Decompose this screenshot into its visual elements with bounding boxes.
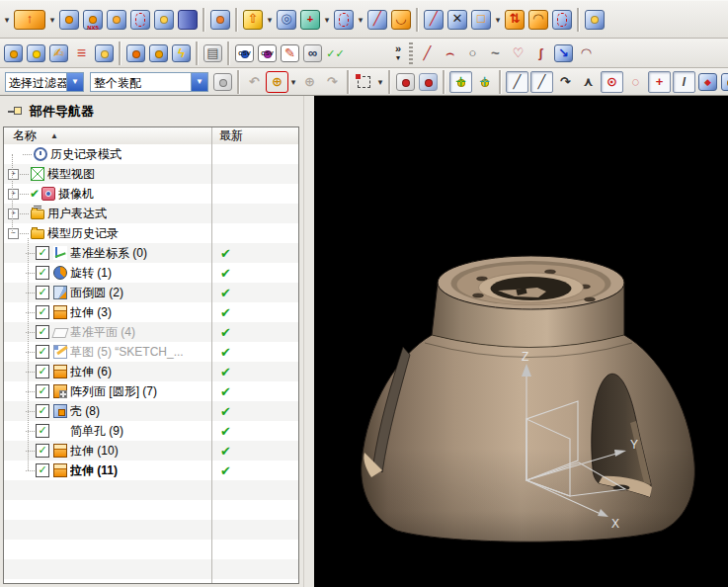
toolbar1-overflow-arrow[interactable]: ▾ (2, 15, 12, 25)
sketch-spline-icon[interactable]: ~ (485, 43, 506, 63)
tree-row[interactable]: ✓旋转 (1) ✔ (4, 263, 298, 283)
feature-suppress-checkbox[interactable]: ✓ (36, 424, 49, 438)
sheet-bend-icon[interactable]: ╱ (366, 9, 388, 31)
feature-suppress-checkbox[interactable]: ✓ (36, 266, 49, 280)
tree-row[interactable]: ✓面倒圆 (2) ✔ (4, 283, 298, 302)
tree-row[interactable]: ✓壳 (8) ✔ (4, 401, 298, 421)
tree-expander[interactable]: + (8, 169, 19, 180)
boss-feature-icon[interactable] (58, 9, 80, 31)
trim-body-icon[interactable] (333, 9, 355, 31)
tree-row[interactable]: ✓草图 (5) “SKETCH_... ✔ (4, 342, 298, 362)
split-body-icon[interactable]: ╱ (423, 9, 445, 31)
flange-icon[interactable]: ◡ (390, 9, 412, 31)
sort-ascending-icon[interactable]: ▲ (50, 131, 58, 140)
move-handle-toggle[interactable]: ✛ (449, 71, 472, 93)
shaded-object-icon[interactable] (395, 72, 416, 92)
print-icon[interactable]: ▤ (202, 43, 223, 63)
sheetmetal-flange-icon[interactable] (26, 43, 46, 63)
snap-quadrant-toggle[interactable]: ◌ (625, 72, 646, 92)
snap-point-icon[interactable]: ⊕ (267, 72, 287, 92)
sketch-fillet-icon[interactable]: ◠ (576, 43, 597, 63)
gray-undo-icon[interactable]: ↶ (244, 72, 265, 92)
tree-row[interactable]: 历史记录模式 (4, 144, 298, 164)
pin-icon[interactable] (8, 106, 24, 118)
tree-row[interactable]: +模型视图 (4, 164, 298, 184)
cavity-icon[interactable]: □ (470, 9, 492, 31)
gray-target-icon[interactable]: ⊕ (299, 72, 320, 92)
feature-suppress-checkbox[interactable]: ✓ (36, 286, 49, 299)
tree-row[interactable]: ✓基准坐标系 (0) ✔ (4, 243, 298, 263)
feature-suppress-checkbox[interactable]: ✓ (36, 463, 49, 477)
selection-filter-combo[interactable]: 选择过滤器 ▼ (5, 72, 84, 92)
sheetmetal-tab-icon[interactable] (3, 43, 24, 63)
column-name[interactable]: 名称 (13, 127, 37, 144)
tree-expander[interactable]: + (8, 209, 19, 219)
tree-row[interactable]: −模型历史记录 (4, 223, 298, 243)
tree-row[interactable]: ✓阵列面 [圆形] (7) ✔ (4, 381, 298, 401)
extrude-dropdown[interactable]: ▾ (265, 15, 275, 25)
slot-feature-icon[interactable] (153, 9, 175, 31)
snap-midpoint-toggle[interactable]: ╱ (530, 71, 553, 93)
feature-suppress-checkbox[interactable]: ✓ (36, 404, 49, 418)
feature-suppress-checkbox[interactable]: ✓ (36, 365, 49, 378)
sketch-line-icon[interactable]: ╱ (417, 43, 438, 63)
sketch-profile-icon[interactable]: ♡ (508, 43, 528, 63)
sketch-constraint-icon[interactable]: ʃ (530, 43, 551, 63)
transparent-cube-icon[interactable] (418, 72, 439, 92)
tree-row[interactable]: +✔摄像机 (4, 184, 298, 204)
grip-cylinder-icon[interactable] (177, 9, 199, 31)
snap-intersection-toggle[interactable]: ⋏ (578, 72, 599, 92)
binoculars-search-icon[interactable]: ∞ (302, 43, 323, 63)
sketch-circle-icon[interactable]: ○ (462, 43, 483, 63)
snap-endpoint-toggle[interactable]: ╱ (506, 71, 528, 93)
offset-surface-icon[interactable]: ◠ (527, 9, 549, 31)
delete-body-icon[interactable]: ✕ (446, 9, 468, 31)
toolbar-more-button[interactable]: »▾ (390, 44, 406, 62)
snap-curve-end-toggle[interactable]: ↷ (555, 72, 576, 92)
tree-expander[interactable]: + (8, 189, 19, 200)
direct-sketch-icon[interactable]: ✍ (48, 43, 69, 63)
emboss-body-icon[interactable] (209, 9, 231, 31)
select-mode-dropdown[interactable]: ▾ (375, 77, 385, 87)
display-part-dropdown[interactable]: ▾ (47, 15, 57, 25)
snap-point-on-curve-toggle[interactable]: / (673, 71, 695, 93)
boolean-dropdown[interactable]: ▾ (322, 15, 332, 25)
thicken-sheet-icon[interactable]: ⇅ (504, 9, 526, 31)
csv-export-icon[interactable]: CSV (257, 43, 278, 63)
feature-suppress-checkbox[interactable]: ✓ (36, 384, 49, 398)
selection-filter-dropdown-button[interactable]: ▼ (66, 73, 83, 91)
extrude-icon[interactable]: ⇧ (242, 9, 264, 31)
column-latest[interactable]: 最新 (211, 127, 243, 144)
pad-feature-icon[interactable] (106, 9, 127, 31)
snap-existing-point-toggle[interactable]: + (648, 71, 671, 93)
feature-suppress-checkbox[interactable]: ✓ (36, 246, 49, 260)
feature-suppress-checkbox[interactable]: ✓ (36, 345, 49, 359)
snap-point-on-face-icon[interactable]: ◆ (697, 72, 718, 92)
repair-tools-icon[interactable]: ✎ (280, 43, 300, 63)
graphics-viewport[interactable]: Z Y X (314, 96, 728, 587)
assembly-scope-dropdown-button[interactable]: ▼ (191, 73, 207, 91)
tree-row[interactable]: ✓基准平面 (4) ✔ (4, 322, 298, 342)
feature-suppress-checkbox[interactable]: ✓ (36, 325, 49, 339)
mesh-surface-icon[interactable]: ≡ (71, 43, 92, 63)
examine-geometry-icon[interactable]: ✓✓ (325, 43, 346, 63)
trim-dropdown[interactable]: ▾ (356, 15, 365, 25)
feature-suppress-checkbox[interactable]: ✓ (36, 305, 49, 319)
feature-suppress-checkbox[interactable]: ✓ (36, 444, 49, 458)
tree-row[interactable]: ✓拉伸 (3) ✔ (4, 302, 298, 322)
datum-target-icon[interactable] (720, 72, 728, 92)
stacked-body-1-icon[interactable] (125, 43, 146, 63)
revolve-section-icon[interactable] (129, 9, 151, 31)
tree-row[interactable]: +用户表达式 (4, 204, 298, 223)
component-search-icon[interactable] (212, 72, 233, 92)
assembly-scope-combo[interactable]: 整个装配 ▼ (90, 72, 208, 92)
csv-import-icon[interactable]: CSV (234, 43, 255, 63)
orient-handle-toggle[interactable]: ✛ (474, 72, 495, 92)
tree-row[interactable]: ✓拉伸 (11) ✔ (4, 461, 298, 480)
snap-center-toggle[interactable]: ⊙ (601, 71, 623, 93)
tree-row[interactable]: ✓简单孔 (9) ✔ (4, 421, 298, 441)
gray-redo-icon[interactable]: ↷ (322, 72, 343, 92)
wrap-geometry-icon[interactable] (584, 9, 606, 31)
display-part-icon[interactable]: ↑ (13, 9, 46, 31)
hole-tool-icon[interactable]: ◎ (276, 9, 297, 31)
